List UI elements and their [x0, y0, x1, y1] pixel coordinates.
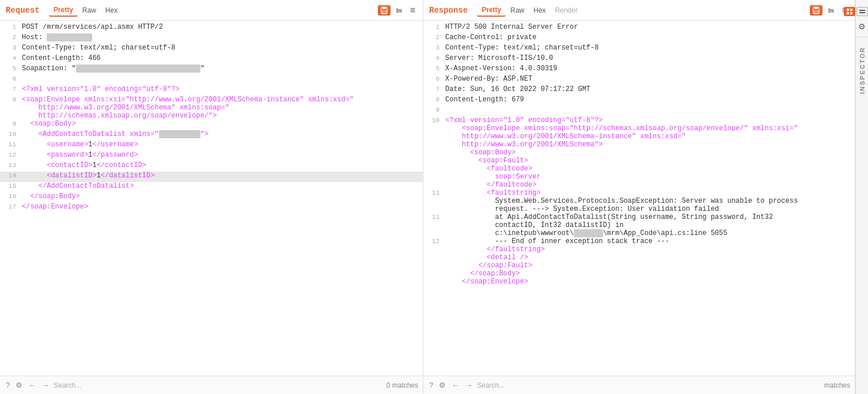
response-line-10: 10 <?xml version="1.0" encoding="utf-8"?… [423, 116, 855, 189]
request-line-11: 11 <username>1</username> [0, 141, 423, 151]
request-matches: 0 matches [386, 381, 418, 389]
svg-rect-9 [850, 12, 852, 14]
tab-hex-response[interactable]: Hex [529, 5, 550, 16]
response-panel: Response Pretty Raw Hex Render ln ≡ [423, 0, 855, 394]
ln-response-btn[interactable]: ln [826, 6, 836, 15]
request-search-prev-btn[interactable]: ← [27, 380, 37, 391]
response-line-5: 5 X-Aspnet-Version: 4.0.30319 [423, 65, 855, 75]
response-line-8: 8 Content-Length: 679 [423, 96, 855, 106]
response-line-2: 2 Cache-Control: private [423, 33, 855, 44]
svg-rect-11 [859, 12, 865, 13]
request-line-14: 14 <datalistID>1</datalistID> [0, 172, 423, 182]
response-help-btn[interactable]: ? [428, 380, 434, 391]
response-line-4: 4 Server: Microsoft-IIS/10.0 [423, 54, 855, 65]
tab-pretty-response[interactable]: Pretty [477, 4, 506, 17]
request-line-2: 2 Host: [0, 33, 423, 44]
request-line-1: 1 POST /mrm/services/api.asmx HTTP/2 [0, 23, 423, 33]
svg-rect-10 [859, 10, 865, 11]
request-line-6: 6 [0, 75, 423, 85]
request-line-5: 5 Soapaction: " " [0, 65, 423, 75]
request-line-4: 4 Content-Length: 466 [0, 54, 423, 65]
request-panel: Request Pretty Raw Hex ln ≡ [0, 0, 423, 394]
response-search-settings-btn[interactable]: ⚙ [438, 380, 447, 391]
request-search-next-btn[interactable]: → [40, 380, 50, 391]
request-help-btn[interactable]: ? [5, 380, 11, 391]
svg-rect-1 [382, 7, 386, 9]
request-line-8: 8 <soap:Envelope xmlns:xsi="http://www.w… [0, 96, 423, 120]
response-line-7: 7 Date: Sun, 16 Oct 2022 07:17:22 GMT [423, 85, 855, 96]
tab-raw-request[interactable]: Raw [78, 5, 101, 16]
response-line-6: 6 X-Powered-By: ASP.NET [423, 75, 855, 85]
request-line-3: 3 Content-Type: text/xml; charset=utf-8 [0, 44, 423, 54]
request-line-7: 7 <?xml version="1.0" encoding="utf-8"?> [0, 85, 423, 96]
request-actions: ln ≡ [378, 4, 417, 17]
request-title: Request [6, 6, 40, 15]
response-tabs: Pretty Raw Hex Render [477, 4, 810, 17]
response-line-11b: 11 at Api.AddContactToDatalist(String us… [423, 213, 855, 237]
svg-rect-4 [814, 7, 818, 9]
response-line-1: 1 HTTP/2 500 Internal Server Error [423, 23, 855, 33]
inspector-label: INSPECTOR [859, 47, 866, 94]
request-line-15: 15 </AddContactToDatalist> [0, 182, 423, 192]
response-line-11a: 11 <faultstring> System.Web.Services.Pro… [423, 189, 855, 213]
svg-rect-7 [850, 9, 852, 11]
response-search-next-btn[interactable]: → [464, 380, 473, 391]
tab-pretty-request[interactable]: Pretty [49, 4, 78, 17]
response-header: Response Pretty Raw Hex Render ln ≡ [423, 0, 855, 21]
response-content: 1 HTTP/2 500 Internal Server Error 2 Cac… [423, 21, 855, 376]
response-matches: matches [824, 381, 850, 389]
gear-btn[interactable]: ⚙ [856, 21, 868, 32]
menu-request-btn[interactable]: ≡ [408, 4, 417, 17]
response-line-3: 3 Content-Type: text/xml; charset=utf-8 [423, 44, 855, 54]
request-line-10: 10 <AddContactToDatalist xmlns=" "> [0, 130, 423, 141]
save-request-btn[interactable] [378, 5, 391, 16]
layout-grid-btn[interactable] [844, 7, 855, 16]
layout-list-btn[interactable] [856, 7, 868, 16]
request-line-16: 16 </soap:Body> [0, 192, 423, 203]
request-line-17: 17 </soap:Envelope> [0, 203, 423, 213]
svg-rect-8 [847, 12, 849, 14]
response-search-input[interactable] [477, 381, 820, 389]
request-header: Request Pretty Raw Hex ln ≡ [0, 0, 423, 21]
request-line-9: 9 <soap:Body> [0, 120, 423, 130]
request-line-13: 13 <contactID>1</contactID> [0, 161, 423, 172]
request-content: 1 POST /mrm/services/api.asmx HTTP/2 2 H… [0, 21, 423, 376]
save-response-btn[interactable] [810, 5, 822, 16]
svg-rect-6 [847, 9, 849, 11]
request-search-settings-btn[interactable]: ⚙ [14, 380, 24, 391]
request-tabs: Pretty Raw Hex [49, 4, 378, 17]
response-line-12: 12 --- End of inner exception stack trac… [423, 237, 855, 286]
request-search-input[interactable] [54, 381, 382, 389]
tab-raw-response[interactable]: Raw [506, 5, 529, 16]
svg-rect-2 [382, 11, 386, 13]
request-search-bar: ? ⚙ ← → 0 matches [0, 376, 423, 394]
request-line-12: 12 <password>1</password> [0, 151, 423, 161]
response-line-9: 9 [423, 106, 855, 116]
ln-request-btn[interactable]: ln [394, 6, 404, 15]
tab-render-response[interactable]: Render [551, 5, 582, 16]
response-search-bar: ? ⚙ ← → matches [423, 376, 855, 394]
inspector-sidebar: ⚙ INSPECTOR [855, 0, 868, 394]
tab-hex-request[interactable]: Hex [101, 5, 122, 16]
response-search-prev-btn[interactable]: ← [450, 380, 460, 391]
svg-rect-5 [814, 11, 818, 13]
response-title: Response [429, 6, 468, 15]
